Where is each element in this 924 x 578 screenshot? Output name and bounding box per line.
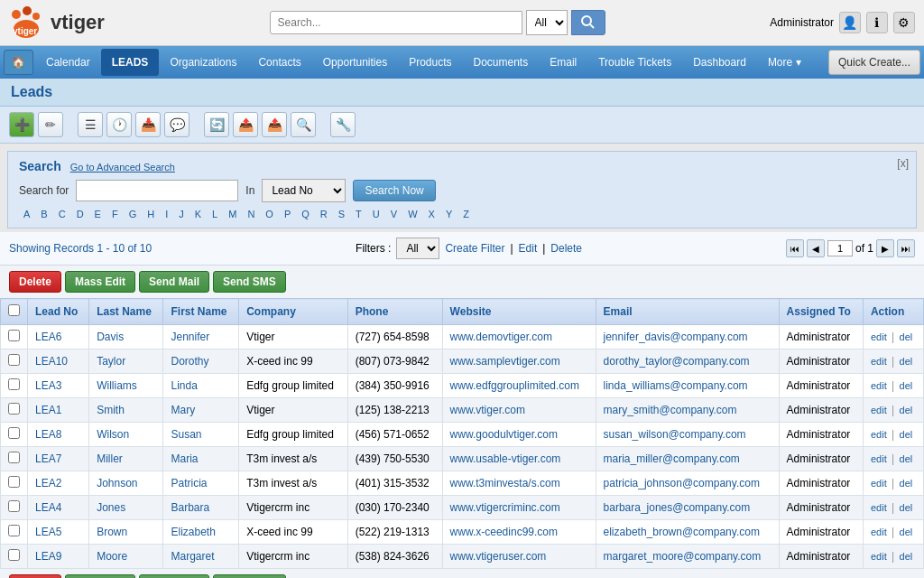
del-row-link[interactable]: del <box>900 478 913 489</box>
edit-row-link[interactable]: edit <box>871 453 887 464</box>
website-link[interactable]: www.vtigeruser.com <box>450 550 547 563</box>
website-link[interactable]: www.usable-vtiger.com <box>450 452 561 465</box>
email-link[interactable]: susan_wilson@company.com <box>604 428 746 441</box>
create-filter-link[interactable]: Create Filter <box>445 242 504 255</box>
alpha-z[interactable]: Z <box>458 208 474 220</box>
email-link[interactable]: dorothy_taylor@company.com <box>604 355 750 368</box>
delete-button[interactable]: Delete <box>9 271 61 293</box>
filter-delete-link[interactable]: Delete <box>550 242 582 255</box>
first-name-link[interactable]: Susan <box>171 428 201 441</box>
row-checkbox[interactable] <box>8 330 20 341</box>
lead-no-link[interactable]: LEA4 <box>35 501 61 514</box>
toolbar-edit-button[interactable]: ✏ <box>38 112 63 137</box>
last-name-link[interactable]: Williams <box>97 379 137 392</box>
col-lead-no[interactable]: Lead No <box>28 299 89 325</box>
toolbar-export2-button[interactable]: 📤 <box>262 112 287 137</box>
toolbar-import-button[interactable]: 📥 <box>135 112 161 137</box>
toolbar-list-view-button[interactable]: ☰ <box>78 112 103 137</box>
alpha-s[interactable]: S <box>334 208 349 220</box>
first-name-link[interactable]: Barbara <box>171 501 209 514</box>
col-assigned-to[interactable]: Assigned To <box>779 299 863 325</box>
nav-item-calendar[interactable]: Calendar <box>35 49 101 76</box>
alpha-g[interactable]: G <box>125 208 142 220</box>
search-field-select[interactable]: Lead No First Name Last Name Company Pho… <box>262 179 346 202</box>
nav-item-contacts[interactable]: Contacts <box>247 49 311 76</box>
toolbar-add-button[interactable]: ➕ <box>9 112 34 137</box>
lead-no-link[interactable]: LEA7 <box>35 452 61 465</box>
row-checkbox-cell[interactable] <box>1 447 28 471</box>
del-row-link[interactable]: del <box>900 453 913 464</box>
select-all-checkbox[interactable] <box>8 304 20 316</box>
col-company[interactable]: Company <box>239 299 347 325</box>
first-name-link[interactable]: Mary <box>171 404 195 416</box>
edit-row-link[interactable]: edit <box>871 429 887 440</box>
row-checkbox[interactable] <box>8 549 20 561</box>
website-link[interactable]: www.demovtiger.com <box>450 331 552 343</box>
nav-item-dashboard[interactable]: Dashboard <box>682 49 757 76</box>
search-now-button[interactable]: Search Now <box>353 180 435 201</box>
first-name-link[interactable]: Linda <box>171 379 197 392</box>
nav-item-leads[interactable]: LEADS <box>101 49 160 76</box>
alpha-i[interactable]: I <box>161 208 172 220</box>
alpha-h[interactable]: H <box>143 208 159 220</box>
row-checkbox-cell[interactable] <box>1 471 28 496</box>
edit-row-link[interactable]: edit <box>871 405 887 415</box>
mass-edit-button[interactable]: Mass Edit <box>65 271 135 293</box>
del-row-link[interactable]: del <box>900 527 913 537</box>
row-checkbox[interactable] <box>8 525 20 536</box>
alpha-x[interactable]: X <box>424 208 439 220</box>
send-mail-button[interactable]: Send Mail <box>139 271 209 293</box>
info-icon[interactable]: ℹ <box>866 12 888 33</box>
toolbar-settings-button[interactable]: 🔧 <box>330 112 356 137</box>
row-checkbox[interactable] <box>8 403 20 415</box>
advanced-search-link[interactable]: Go to Advanced Search <box>70 162 175 172</box>
last-name-link[interactable]: Johnson <box>97 477 137 489</box>
row-checkbox[interactable] <box>8 500 20 512</box>
first-name-link[interactable]: Dorothy <box>171 355 208 368</box>
edit-row-link[interactable]: edit <box>871 331 887 342</box>
toolbar-comment-button[interactable]: 💬 <box>164 112 189 137</box>
last-name-link[interactable]: Moore <box>97 550 127 563</box>
alpha-m[interactable]: M <box>224 208 241 220</box>
nav-home-button[interactable]: 🏠 <box>4 50 33 75</box>
bottom-delete-button[interactable]: Delete <box>9 574 61 578</box>
bottom-mass-edit-button[interactable]: Mass Edit <box>65 574 135 578</box>
row-checkbox-cell[interactable] <box>1 496 28 520</box>
col-email[interactable]: Email <box>596 299 779 325</box>
alpha-k[interactable]: K <box>190 208 206 220</box>
global-search-select[interactable]: All <box>526 10 568 35</box>
alpha-q[interactable]: Q <box>297 208 314 220</box>
page-prev-button[interactable]: ◀ <box>807 239 825 257</box>
user-profile-icon[interactable]: 👤 <box>839 12 861 33</box>
row-checkbox-cell[interactable] <box>1 398 28 423</box>
col-website[interactable]: Website <box>442 299 596 325</box>
nav-item-email[interactable]: Email <box>539 49 587 76</box>
lead-no-link[interactable]: LEA1 <box>35 404 61 416</box>
lead-no-link[interactable]: LEA3 <box>35 379 61 392</box>
bottom-send-mail-button[interactable]: Send Mail <box>139 574 209 578</box>
first-name-link[interactable]: Patricia <box>171 477 207 489</box>
del-row-link[interactable]: del <box>900 380 913 391</box>
row-checkbox[interactable] <box>8 452 20 463</box>
website-link[interactable]: www.t3minvesta/s.com <box>450 477 560 489</box>
alpha-n[interactable]: N <box>243 208 259 220</box>
last-name-link[interactable]: Jones <box>97 501 125 514</box>
row-checkbox-cell[interactable] <box>1 350 28 374</box>
del-row-link[interactable]: del <box>900 356 913 367</box>
row-checkbox-cell[interactable] <box>1 520 28 545</box>
page-next-button[interactable]: ▶ <box>876 239 894 257</box>
settings-icon[interactable]: ⚙ <box>893 12 915 33</box>
email-link[interactable]: mary_smith@company.com <box>604 404 737 416</box>
alpha-o[interactable]: O <box>261 208 278 220</box>
lead-no-link[interactable]: LEA9 <box>35 550 61 563</box>
last-name-link[interactable]: Taylor <box>97 355 125 368</box>
row-checkbox-cell[interactable] <box>1 325 28 350</box>
global-search-button[interactable] <box>571 10 605 35</box>
last-name-link[interactable]: Miller <box>97 452 123 465</box>
edit-row-link[interactable]: edit <box>871 478 887 489</box>
nav-item-products[interactable]: Products <box>398 49 462 76</box>
alpha-r[interactable]: R <box>316 208 332 220</box>
toolbar-export-button[interactable]: 📤 <box>233 112 258 137</box>
first-name-link[interactable]: Margaret <box>171 550 214 563</box>
website-link[interactable]: www.samplevtiger.com <box>450 355 560 368</box>
